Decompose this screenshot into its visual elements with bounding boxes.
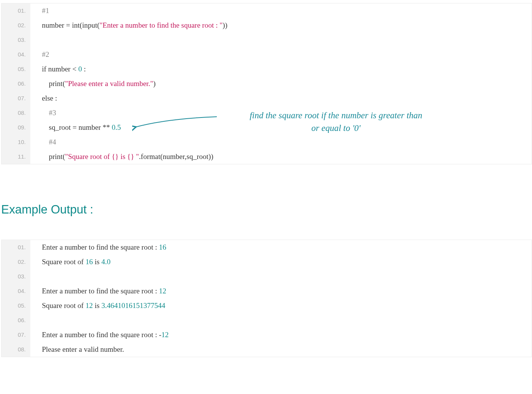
code-token: if number <	[42, 65, 78, 73]
line-number: 05.	[2, 62, 30, 76]
code-token: :	[82, 65, 86, 73]
number-token: 0	[78, 65, 82, 73]
code-row: 01.Enter a number to find the square roo…	[2, 240, 532, 255]
comment-token: #3	[49, 109, 56, 117]
number-token: 16	[85, 258, 93, 266]
code-token: Please enter a valid number.	[42, 345, 124, 353]
code-content: Enter a number to find the square root :…	[30, 284, 532, 298]
code-content: number = int(input("Enter a number to fi…	[30, 18, 532, 33]
code-token: Enter a number to find the square root :	[42, 287, 159, 295]
comment-token: #2	[42, 50, 49, 58]
line-number: 03.	[2, 33, 30, 47]
comment-token: #4	[49, 138, 56, 146]
code-token: is	[93, 258, 101, 266]
code-content: print("Please enter a valid number.")	[30, 76, 532, 91]
code-token: .format(number,sq_root))	[139, 152, 213, 161]
line-number: 06.	[2, 76, 30, 91]
code-content: else :	[30, 91, 532, 106]
code-content: Enter a number to find the square root :…	[30, 328, 532, 342]
line-number: 07.	[2, 91, 30, 106]
line-number: 08.	[2, 342, 30, 357]
code-block-program: find the square root if the number is gr…	[1, 3, 532, 164]
code-content: #1	[30, 3, 532, 18]
code-row: 02.number = int(input("Enter a number to…	[2, 18, 532, 33]
code-content: #3	[30, 106, 532, 120]
code-content: sq_root = number ** 0.5	[30, 120, 532, 135]
code-row: 09.sq_root = number ** 0.5	[2, 120, 532, 135]
code-row: 01.#1	[2, 3, 532, 18]
line-number: 11.	[2, 149, 30, 164]
code-content: if number < 0 :	[30, 62, 532, 76]
code-block-output: 01.Enter a number to find the square roo…	[1, 240, 532, 357]
code-row: 04.Enter a number to find the square roo…	[2, 284, 532, 298]
number-token: 12	[159, 287, 166, 295]
code-content: Square root of 16 is 4.0	[30, 255, 532, 269]
line-number: 04.	[2, 47, 30, 62]
string-token: "Please enter a valid number."	[65, 79, 153, 88]
code-token: else :	[42, 94, 57, 102]
code-content: Please enter a valid number.	[30, 342, 532, 357]
code-row: 06.print("Please enter a valid number.")	[2, 76, 532, 91]
number-token: 0.5	[112, 123, 121, 131]
line-number: 06.	[2, 313, 30, 328]
line-number: 03.	[2, 269, 30, 284]
number-token: 12	[85, 301, 93, 310]
code-content	[30, 269, 532, 284]
code-content	[30, 313, 532, 328]
code-row: 04.#2	[2, 47, 532, 62]
line-number: 02.	[2, 18, 30, 33]
line-number: 07.	[2, 328, 30, 342]
line-number: 05.	[2, 298, 30, 313]
code-row: 05.Square root of 12 is 3.46410161513775…	[2, 298, 532, 313]
code-token: print(	[49, 79, 65, 88]
code-token: Square root of	[42, 258, 85, 266]
code-token: print(	[49, 152, 65, 161]
code-row: 05.if number < 0 :	[2, 62, 532, 76]
comment-token: #1	[42, 7, 49, 15]
code-row: 06.	[2, 313, 532, 328]
code-row: 11.print("Square root of {} is {} ".form…	[2, 149, 532, 164]
code-token: sq_root = number **	[49, 123, 112, 131]
code-content: Enter a number to find the square root :…	[30, 240, 532, 255]
line-number: 10.	[2, 135, 30, 149]
code-row: 03.	[2, 33, 532, 47]
code-row: 08.#3	[2, 106, 532, 120]
line-number: 09.	[2, 120, 30, 135]
number-token: 12	[161, 331, 169, 339]
line-number: 01.	[2, 3, 30, 18]
code-token: is	[93, 301, 101, 310]
number-token: 16	[159, 243, 166, 251]
code-token: number = int(input(	[42, 21, 100, 29]
line-number: 08.	[2, 106, 30, 120]
code-row: 07.else :	[2, 91, 532, 106]
code-content	[30, 33, 532, 47]
code-content: Square root of 12 is 3.4641016151377544	[30, 298, 532, 313]
number-token: 4.0	[101, 258, 111, 266]
code-token: ))	[223, 21, 228, 29]
code-row: 07.Enter a number to find the square roo…	[2, 328, 532, 342]
example-output-heading: Example Output :	[1, 203, 532, 217]
code-content: #4	[30, 135, 532, 149]
code-row: 03.	[2, 269, 532, 284]
code-token: Square root of	[42, 301, 85, 310]
line-number: 02.	[2, 255, 30, 269]
code-token: )	[153, 79, 155, 88]
code-content: print("Square root of {} is {} ".format(…	[30, 149, 532, 164]
string-token: "Enter a number to find the square root …	[100, 21, 223, 29]
code-row: 10.#4	[2, 135, 532, 149]
number-token: 3.4641016151377544	[101, 301, 165, 310]
line-number: 04.	[2, 284, 30, 298]
string-token: "Square root of {} is {} "	[65, 152, 139, 161]
code-token: Enter a number to find the square root :…	[42, 331, 161, 339]
code-token: Enter a number to find the square root :	[42, 243, 159, 251]
code-row: 02.Square root of 16 is 4.0	[2, 255, 532, 269]
line-number: 01.	[2, 240, 30, 255]
code-row: 08.Please enter a valid number.	[2, 342, 532, 357]
code-content: #2	[30, 47, 532, 62]
